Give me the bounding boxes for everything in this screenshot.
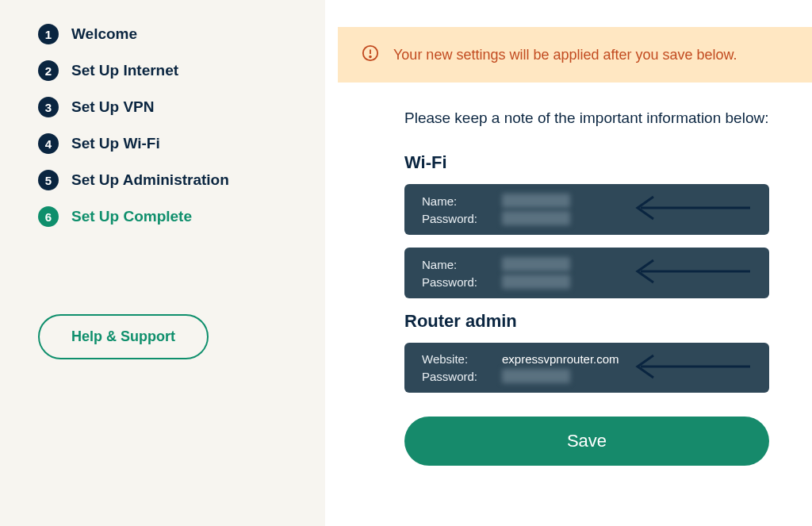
step-label: Set Up VPN	[71, 98, 155, 116]
step-number: 4	[38, 133, 59, 154]
step-administration[interactable]: 5 Set Up Administration	[38, 170, 287, 190]
step-label: Set Up Internet	[71, 62, 178, 79]
wifi-password-value-blurred	[502, 211, 570, 225]
wifi-name-label: Name:	[422, 258, 497, 271]
step-welcome[interactable]: 1 Welcome	[38, 24, 287, 44]
arrow-left-icon	[633, 353, 752, 383]
content-area: Please keep a note of the important info…	[325, 83, 769, 466]
wifi-name-label: Name:	[422, 194, 497, 208]
wifi-card-1: Name: Password:	[404, 184, 769, 235]
step-complete[interactable]: 6 Set Up Complete	[38, 206, 287, 227]
wifi-card-2: Name: Password:	[404, 248, 769, 298]
wifi-name-value-blurred	[502, 194, 570, 208]
wifi-section-title: Wi-Fi	[404, 152, 769, 173]
setup-sidebar: 1 Welcome 2 Set Up Internet 3 Set Up VPN…	[0, 0, 325, 526]
router-website-label: Website:	[422, 352, 497, 366]
step-number: 3	[38, 97, 59, 117]
wifi-name-value-blurred	[502, 257, 570, 271]
save-button[interactable]: Save	[404, 417, 769, 466]
router-admin-card: Website: expressvpnrouter.com Password:	[404, 343, 769, 393]
main-content: Your new settings will be applied after …	[325, 0, 812, 526]
router-website-value: expressvpnrouter.com	[502, 352, 619, 366]
arrow-left-icon	[633, 194, 752, 225]
alert-icon	[362, 44, 379, 65]
step-label: Set Up Wi-Fi	[71, 135, 160, 152]
arrow-left-icon	[633, 258, 752, 288]
step-number: 5	[38, 170, 59, 190]
wifi-password-label: Password:	[422, 275, 497, 289]
step-label: Set Up Administration	[71, 171, 229, 189]
svg-point-2	[370, 56, 371, 58]
step-label: Welcome	[71, 25, 137, 43]
step-number: 2	[38, 60, 59, 81]
instruction-text: Please keep a note of the important info…	[404, 106, 769, 130]
setup-steps-list: 1 Welcome 2 Set Up Internet 3 Set Up VPN…	[38, 24, 287, 243]
step-vpn[interactable]: 3 Set Up VPN	[38, 97, 287, 117]
router-password-label: Password:	[422, 370, 497, 383]
help-support-button[interactable]: Help & Support	[38, 314, 209, 359]
step-number: 1	[38, 24, 59, 44]
alert-banner: Your new settings will be applied after …	[338, 27, 812, 83]
step-wifi[interactable]: 4 Set Up Wi-Fi	[38, 133, 287, 154]
step-label: Set Up Complete	[71, 208, 192, 225]
wifi-password-value-blurred	[502, 275, 570, 289]
wifi-password-label: Password:	[422, 212, 497, 225]
router-password-value-blurred	[502, 369, 570, 383]
router-admin-section-title: Router admin	[404, 311, 769, 332]
step-internet[interactable]: 2 Set Up Internet	[38, 60, 287, 81]
alert-text: Your new settings will be applied after …	[393, 47, 737, 63]
step-number: 6	[38, 206, 59, 227]
